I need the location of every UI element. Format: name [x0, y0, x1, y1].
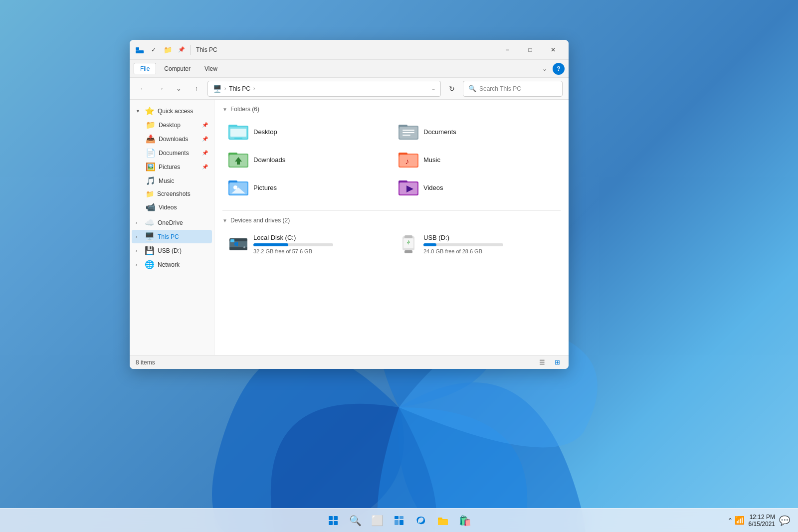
taskbar-clock[interactable]: 12:12 PM 6/15/2021: [749, 514, 775, 528]
sidebar-item-documents[interactable]: 📄 Documents 📌: [132, 146, 212, 160]
file-explorer-window: ✓ 📁 📌 This PC − □ ✕ File Computer View ⌄…: [130, 40, 569, 369]
onedrive-label: OneDrive: [158, 219, 208, 226]
sidebar-item-music[interactable]: 🎵 Music: [132, 174, 212, 187]
ribbon-tab-view[interactable]: View: [199, 63, 223, 74]
close-button[interactable]: ✕: [542, 42, 565, 58]
task-view-button[interactable]: ⬜: [367, 511, 387, 531]
network-icon: 🌐: [145, 260, 155, 269]
local-disk-space: 32.2 GB free of 57.6 GB: [253, 248, 385, 254]
store-button[interactable]: 🛍️: [455, 511, 475, 531]
music-folder-name: Music: [423, 156, 440, 164]
drive-item-local[interactable]: Local Disk (C:) 32.2 GB free of 57.6 GB: [222, 230, 391, 258]
maximize-button[interactable]: □: [519, 42, 542, 58]
thispc-label: This PC: [158, 233, 208, 240]
drives-grid: Local Disk (C:) 32.2 GB free of 57.6 GB: [222, 230, 561, 258]
folders-grid: Desktop Documents: [222, 119, 561, 200]
forward-button[interactable]: →: [154, 82, 168, 96]
svg-rect-40: [334, 516, 338, 520]
folder-item-downloads[interactable]: Downloads: [222, 147, 391, 173]
pin-icon-pictures: 📌: [202, 164, 208, 170]
start-button[interactable]: [323, 511, 343, 531]
address-sep-1: ›: [224, 86, 226, 91]
quick-access-label: Quick access: [158, 108, 208, 115]
downloads-folder-name: Downloads: [253, 156, 285, 164]
drive-item-usb[interactable]: USB (D:) 24.0 GB free of 28.6 GB: [393, 230, 561, 258]
ribbon-tab-computer[interactable]: Computer: [158, 63, 197, 74]
sidebar-item-usb[interactable]: › 💾 USB (D:): [132, 244, 212, 257]
usb-drive-bar: [423, 243, 436, 246]
folder-item-desktop[interactable]: Desktop: [222, 119, 391, 145]
minimize-button[interactable]: −: [496, 42, 519, 58]
check-icon[interactable]: ✓: [148, 44, 160, 56]
svg-rect-39: [329, 516, 333, 520]
svg-rect-46: [399, 520, 403, 525]
search-taskbar-button[interactable]: 🔍: [345, 511, 365, 531]
chevron-up-icon[interactable]: ⌃: [728, 517, 733, 524]
onedrive-icon: ☁️: [145, 218, 155, 227]
local-disk-name: Local Disk (C:): [253, 234, 385, 241]
pc-icon-small: 🖥️: [213, 85, 221, 93]
svg-point-33: [243, 246, 245, 248]
file-pane: ▼ Folders (6) Desktop: [214, 100, 569, 355]
sidebar: ▼ ⭐ Quick access 📁 Desktop 📌 📥 Downloads…: [130, 100, 214, 355]
refresh-button[interactable]: ↻: [445, 82, 459, 96]
notification-icon[interactable]: 💬: [779, 515, 790, 526]
search-box[interactable]: 🔍 Search This PC: [463, 81, 563, 97]
address-box[interactable]: 🖥️ › This PC › ⌄: [207, 81, 441, 97]
title-divider: [191, 45, 191, 55]
videos-folder-svg: [399, 178, 418, 196]
quick-access-chevron: ▼: [136, 109, 142, 114]
network-label: Network: [158, 261, 208, 268]
drives-section-label: Devices and drives (2): [230, 217, 290, 224]
edge-button[interactable]: [411, 511, 431, 531]
systray: ⌃ 📶: [728, 516, 745, 525]
recent-locations-button[interactable]: ⌄: [172, 82, 186, 96]
search-placeholder: Search This PC: [479, 85, 521, 92]
section-divider: [222, 210, 561, 211]
sidebar-item-network[interactable]: › 🌐 Network: [132, 258, 212, 271]
usb-drive-info: USB (D:) 24.0 GB free of 28.6 GB: [423, 234, 555, 254]
address-dropdown-icon[interactable]: ⌄: [431, 86, 435, 91]
folders-chevron-icon: ▼: [222, 107, 227, 112]
pictures-folder-name: Pictures: [253, 184, 277, 191]
file-explorer-taskbar-button[interactable]: [433, 511, 453, 531]
sidebar-item-desktop[interactable]: 📁 Desktop 📌: [132, 118, 212, 132]
file-explorer-icon: [134, 44, 146, 56]
local-disk-bar-bg: [253, 243, 333, 246]
taskbar: 🔍 ⬜ 🛍️: [0, 508, 798, 532]
widgets-button[interactable]: [389, 511, 409, 531]
grid-view-button[interactable]: ⊞: [552, 357, 563, 368]
music-label: Music: [159, 177, 208, 184]
back-button[interactable]: ←: [136, 82, 150, 96]
up-button[interactable]: ↑: [190, 82, 203, 96]
sidebar-quick-access[interactable]: ▼ ⭐ Quick access: [132, 104, 212, 118]
thispc-icon: 🖥️: [145, 232, 155, 241]
svg-rect-11: [402, 132, 414, 133]
sidebar-item-videos[interactable]: 📹 Videos: [132, 200, 212, 214]
folder-item-music[interactable]: ♪ Music: [393, 147, 561, 173]
folder-item-pictures[interactable]: Pictures: [222, 175, 391, 200]
videos-folder-name: Videos: [423, 184, 443, 191]
documents-folder-icon: 📄: [146, 148, 156, 158]
sidebar-item-pictures[interactable]: 🖼️ Pictures 📌: [132, 160, 212, 174]
svg-rect-10: [402, 130, 414, 131]
svg-text:♪: ♪: [405, 157, 409, 166]
network-systray-icon[interactable]: 📶: [735, 516, 745, 525]
ribbon-tab-file[interactable]: File: [134, 63, 156, 74]
videos-folder-icon: 📹: [146, 202, 156, 212]
ribbon-expand-icon[interactable]: ⌄: [539, 63, 551, 75]
folder-item-documents[interactable]: Documents: [393, 119, 561, 145]
folder-item-videos[interactable]: Videos: [393, 175, 561, 200]
pin-icon[interactable]: 📌: [176, 44, 188, 56]
sidebar-item-onedrive[interactable]: › ☁️ OneDrive: [132, 216, 212, 229]
sidebar-item-downloads[interactable]: 📥 Downloads 📌: [132, 132, 212, 146]
folders-section-header[interactable]: ▼ Folders (6): [222, 106, 561, 113]
list-view-button[interactable]: ☰: [537, 357, 548, 368]
help-button[interactable]: ?: [553, 63, 565, 75]
local-disk-bar: [253, 243, 288, 246]
music-folder-icon: 🎵: [146, 176, 156, 185]
sidebar-item-screenshots[interactable]: 📁 Screenshots: [132, 188, 212, 200]
usb-chevron: ›: [136, 248, 142, 253]
drives-section-header[interactable]: ▼ Devices and drives (2): [222, 217, 561, 224]
sidebar-item-thispc[interactable]: › 🖥️ This PC: [132, 230, 212, 243]
